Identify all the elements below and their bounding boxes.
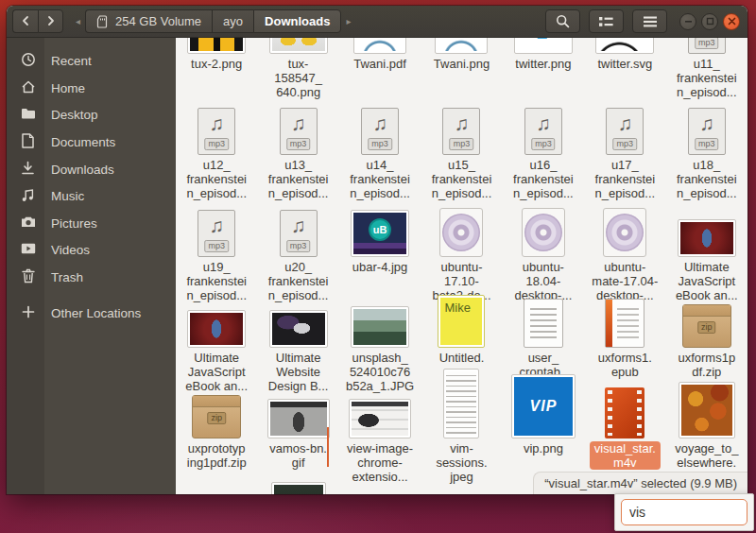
file-item[interactable]: mp3u19_ frankenstei n_episod... [176, 202, 257, 302]
file-item[interactable]: mp3u14_ frankenstei n_episod... [339, 102, 421, 202]
sidebar-item-recent[interactable]: Recent [7, 46, 176, 74]
path-segment-label: Downloads [265, 14, 330, 28]
file-type-icon: mp3 [606, 108, 644, 155]
folder-icon [20, 106, 36, 122]
sidebar-item-music[interactable]: Music [7, 181, 176, 209]
clock-icon [20, 52, 36, 68]
file-label: u14_ frankenstei n_episod... [350, 158, 410, 200]
video-icon [20, 241, 36, 257]
chevron-right-icon [45, 13, 57, 30]
file-item[interactable]: ubuntu- mate-17.04- desktop-... [584, 202, 665, 302]
file-item[interactable]: tux- 158547_ 640.png [257, 38, 338, 102]
file-item[interactable]: zipuxforms1p df.zip [666, 293, 747, 393]
file-item[interactable]: uxforms1. epub [584, 293, 665, 393]
file-item[interactable]: twitter.png [503, 38, 584, 102]
filetype-badge: zip [207, 412, 226, 424]
file-thumbnail [443, 369, 479, 438]
sidebar-item-downloads[interactable]: Downloads [7, 154, 176, 181]
file-label: u11_ frankenstei n_episod... [677, 57, 737, 99]
filetype-badge: mp3 [695, 38, 719, 49]
menu-button[interactable] [632, 9, 667, 33]
sidebar-item-documents[interactable]: Documents [7, 128, 176, 155]
sidebar-item-other-locations[interactable]: Other Locations [7, 298, 176, 325]
search-button[interactable] [545, 9, 580, 33]
file-item[interactable]: Twani.pdf [339, 38, 421, 102]
window-controls [679, 13, 740, 30]
file-label: u17_ frankenstei n_episod... [595, 158, 656, 200]
file-label: Twani.png [434, 57, 490, 71]
file-item[interactable]: view-image- chrome- extensio... [339, 384, 421, 484]
file-thumbnail [349, 399, 411, 438]
sidebar-item-videos[interactable]: Videos [7, 235, 176, 263]
maximize-button[interactable] [701, 13, 718, 30]
file-item[interactable]: zipuxprototyp ing1pdf.zip [176, 384, 257, 484]
file-label: uxprototyp ing1pdf.zip [187, 441, 247, 470]
file-item[interactable]: vim- sessions. jpeg [421, 384, 502, 484]
file-type-icon [603, 208, 646, 257]
file-item[interactable]: tux-2.png [176, 38, 257, 102]
back-button[interactable] [12, 9, 38, 33]
sidebar-item-trash[interactable]: Trash [7, 263, 176, 290]
file-item[interactable]: mp3u11_ frankenstei n_episod... [666, 38, 747, 102]
file-item[interactable]: Twani.png [421, 38, 502, 102]
file-item[interactable]: unsplash_ 524010c76 b52a_1.JPG [339, 293, 421, 393]
file-type-icon: mp3 [198, 210, 235, 257]
file-type-icon: zip [682, 304, 731, 348]
file-item[interactable]: Ultimate JavaScript eBook an... [666, 202, 747, 302]
file-label: uxforms1p df.zip [678, 351, 735, 379]
file-item[interactable]: ubuntu- 18.04- desktop-... [503, 202, 584, 302]
file-item[interactable]: voyage_to_ elsewhere. jpg [666, 384, 747, 484]
sidebar-item-label: Videos [51, 243, 90, 257]
file-item[interactable]: uBubar-4.jpg [339, 202, 421, 302]
file-item[interactable]: mp3u16_ frankenstei n_episod... [503, 102, 584, 202]
forward-button[interactable] [38, 9, 63, 33]
file-item[interactable]: Ultimate Website Design B... [257, 293, 338, 393]
file-item[interactable]: ubuntu- 17.10- beta2-de... [421, 202, 502, 302]
file-item[interactable]: mp3u18_ frankenstei n_episod... [666, 102, 747, 202]
file-item[interactable]: mp3u20_ frankenstei n_episod... [257, 202, 338, 302]
file-thumbnail [514, 38, 573, 54]
file-label: u13_ frankenstei n_episod... [268, 158, 329, 200]
filetype-badge: mp3 [368, 138, 392, 150]
file-thumbnail: uB [351, 210, 409, 257]
file-label: visual_star. m4v [590, 441, 661, 470]
file-item[interactable]: twitter.svg [584, 38, 665, 102]
close-button[interactable] [723, 13, 740, 30]
path-overflow-left[interactable]: ◂ [71, 16, 85, 26]
file-item[interactable]: visual_star. m4v [584, 384, 665, 484]
sidebar-item-desktop[interactable]: Desktop [7, 100, 176, 128]
sd-card-icon [96, 15, 109, 28]
file-label: twitter.svg [597, 57, 652, 71]
sidebar-item-home[interactable]: Home [7, 74, 176, 101]
filetype-badge: mp3 [204, 138, 229, 150]
path-segment-label: 254 GB Volume [115, 14, 201, 28]
path-segment-254-gb-volume[interactable]: 254 GB Volume [85, 9, 212, 33]
filetype-badge: mp3 [204, 240, 229, 252]
file-item[interactable]: mp3u13_ frankenstei n_episod... [257, 102, 338, 202]
empty-cell [176, 482, 257, 494]
minimize-button[interactable] [679, 13, 696, 30]
file-item[interactable]: Ultimate JavaScript eBook an... [176, 293, 257, 393]
file-item[interactable]: VIPvip.png [503, 384, 584, 484]
view-list-button[interactable] [589, 9, 624, 33]
status-badge: “visual_star.m4v” selected (9.9 MB) [533, 472, 747, 494]
filetype-badge: mp3 [695, 138, 719, 150]
file-label: vim- sessions. jpeg [436, 441, 487, 484]
file-item[interactable] [257, 482, 338, 494]
file-thumbnail [269, 310, 328, 348]
file-type-icon [605, 299, 644, 348]
file-item[interactable]: mp3u15_ frankenstei n_episod... [421, 102, 502, 202]
music-icon [20, 187, 36, 203]
search-input[interactable] [621, 499, 747, 525]
file-item[interactable]: mp3u12_ frankenstei n_episod... [176, 102, 257, 202]
plus-icon [20, 303, 36, 319]
file-thumbnail [353, 38, 406, 54]
filetype-badge: mp3 [286, 240, 311, 252]
path-segment-ayo[interactable]: ayo [212, 9, 253, 33]
download-icon [20, 160, 36, 176]
file-label: twitter.png [515, 57, 571, 71]
path-overflow-right[interactable]: ▸ [341, 16, 355, 26]
path-segment-downloads[interactable]: Downloads [253, 9, 341, 33]
file-item[interactable]: mp3u17_ frankenstei n_episod... [584, 102, 665, 202]
sidebar-item-pictures[interactable]: Pictures [7, 209, 176, 236]
